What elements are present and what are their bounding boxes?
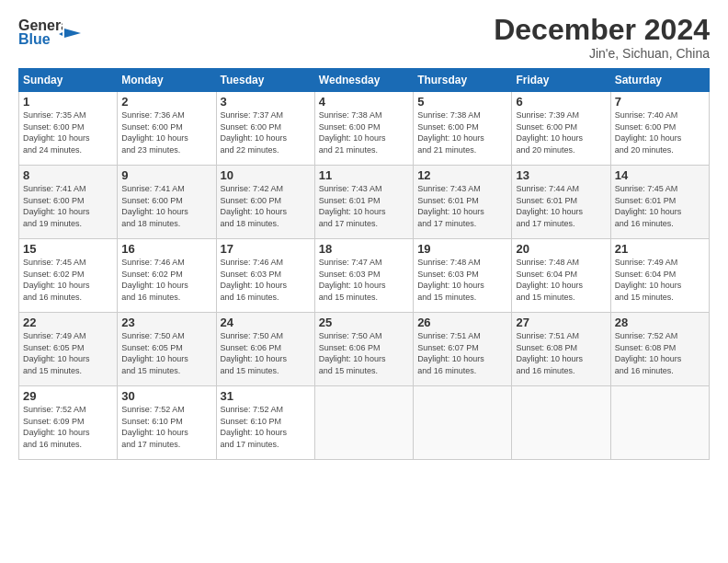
calendar-cell: 27 Sunrise: 7:51 AM Sunset: 6:08 PM Dayl… xyxy=(512,313,610,386)
calendar-cell: 11 Sunrise: 7:43 AM Sunset: 6:01 PM Dayl… xyxy=(314,166,413,239)
month-title: December 2024 xyxy=(494,14,710,46)
calendar-cell xyxy=(610,386,709,460)
day-info: Sunrise: 7:49 AM Sunset: 6:05 PM Dayligh… xyxy=(23,330,113,376)
day-info: Sunrise: 7:49 AM Sunset: 6:04 PM Dayligh… xyxy=(615,257,705,303)
day-info: Sunrise: 7:40 AM Sunset: 6:00 PM Dayligh… xyxy=(615,109,705,155)
day-info: Sunrise: 7:43 AM Sunset: 6:01 PM Dayligh… xyxy=(417,183,507,229)
calendar-cell: 10 Sunrise: 7:42 AM Sunset: 6:00 PM Dayl… xyxy=(216,166,314,239)
arrow-icon xyxy=(64,24,83,42)
day-number: 23 xyxy=(121,316,211,329)
day-info: Sunrise: 7:50 AM Sunset: 6:06 PM Dayligh… xyxy=(221,330,311,376)
day-number: 12 xyxy=(417,168,507,182)
day-number: 5 xyxy=(417,95,507,109)
calendar-row-3: 15 Sunrise: 7:45 AM Sunset: 6:02 PM Dayl… xyxy=(19,239,710,313)
day-number: 29 xyxy=(23,389,113,403)
day-info: Sunrise: 7:52 AM Sunset: 6:10 PM Dayligh… xyxy=(121,404,211,450)
day-number: 6 xyxy=(516,95,606,109)
header-cell-wednesday: Wednesday xyxy=(314,69,413,92)
day-info: Sunrise: 7:52 AM Sunset: 6:10 PM Dayligh… xyxy=(221,404,311,450)
calendar-cell: 30 Sunrise: 7:52 AM Sunset: 6:10 PM Dayl… xyxy=(118,386,216,460)
day-info: Sunrise: 7:51 AM Sunset: 6:07 PM Dayligh… xyxy=(417,330,507,376)
calendar-cell: 13 Sunrise: 7:44 AM Sunset: 6:01 PM Dayl… xyxy=(512,166,610,239)
calendar-cell: 7 Sunrise: 7:40 AM Sunset: 6:00 PM Dayli… xyxy=(610,92,709,166)
calendar-cell: 17 Sunrise: 7:46 AM Sunset: 6:03 PM Dayl… xyxy=(216,239,314,313)
calendar-table: SundayMondayTuesdayWednesdayThursdayFrid… xyxy=(18,68,710,460)
day-number: 10 xyxy=(221,168,311,182)
day-number: 18 xyxy=(319,242,409,256)
day-info: Sunrise: 7:52 AM Sunset: 6:09 PM Dayligh… xyxy=(23,404,113,450)
svg-text:Blue: Blue xyxy=(18,31,51,47)
day-number: 28 xyxy=(615,316,705,329)
calendar-cell: 19 Sunrise: 7:48 AM Sunset: 6:03 PM Dayl… xyxy=(414,239,512,313)
day-number: 31 xyxy=(221,389,311,403)
day-info: Sunrise: 7:46 AM Sunset: 6:02 PM Dayligh… xyxy=(121,257,211,303)
calendar-row-4: 22 Sunrise: 7:49 AM Sunset: 6:05 PM Dayl… xyxy=(19,313,710,386)
header-cell-tuesday: Tuesday xyxy=(216,69,314,92)
day-number: 14 xyxy=(615,168,705,182)
header-row: SundayMondayTuesdayWednesdayThursdayFrid… xyxy=(19,69,710,92)
day-info: Sunrise: 7:37 AM Sunset: 6:00 PM Dayligh… xyxy=(221,109,311,155)
location: Jin'e, Sichuan, China xyxy=(494,46,710,61)
day-info: Sunrise: 7:44 AM Sunset: 6:01 PM Dayligh… xyxy=(516,183,606,229)
day-info: Sunrise: 7:51 AM Sunset: 6:08 PM Dayligh… xyxy=(516,330,606,376)
calendar-row-2: 8 Sunrise: 7:41 AM Sunset: 6:00 PM Dayli… xyxy=(19,166,710,239)
day-info: Sunrise: 7:52 AM Sunset: 6:08 PM Dayligh… xyxy=(615,330,705,376)
calendar-cell: 29 Sunrise: 7:52 AM Sunset: 6:09 PM Dayl… xyxy=(19,386,118,460)
day-number: 21 xyxy=(615,242,705,256)
calendar-cell xyxy=(314,386,413,460)
svg-marker-3 xyxy=(64,29,81,38)
header-cell-friday: Friday xyxy=(512,69,610,92)
logo: General Blue xyxy=(18,14,83,52)
day-number: 16 xyxy=(121,242,211,256)
calendar-page: General Blue December 2024 Jin'e, Sichua… xyxy=(0,0,728,563)
header-cell-thursday: Thursday xyxy=(414,69,512,92)
calendar-cell xyxy=(414,386,512,460)
day-number: 17 xyxy=(221,242,311,256)
calendar-cell: 1 Sunrise: 7:35 AM Sunset: 6:00 PM Dayli… xyxy=(19,92,118,166)
calendar-cell: 22 Sunrise: 7:49 AM Sunset: 6:05 PM Dayl… xyxy=(19,313,118,386)
day-number: 13 xyxy=(516,168,606,182)
calendar-row-1: 1 Sunrise: 7:35 AM Sunset: 6:00 PM Dayli… xyxy=(19,92,710,166)
day-info: Sunrise: 7:36 AM Sunset: 6:00 PM Dayligh… xyxy=(121,109,211,155)
day-info: Sunrise: 7:43 AM Sunset: 6:01 PM Dayligh… xyxy=(319,183,409,229)
day-info: Sunrise: 7:48 AM Sunset: 6:03 PM Dayligh… xyxy=(417,257,507,303)
calendar-cell: 5 Sunrise: 7:38 AM Sunset: 6:00 PM Dayli… xyxy=(414,92,512,166)
day-info: Sunrise: 7:45 AM Sunset: 6:02 PM Dayligh… xyxy=(23,257,113,303)
day-info: Sunrise: 7:39 AM Sunset: 6:00 PM Dayligh… xyxy=(516,109,606,155)
day-number: 1 xyxy=(23,95,113,109)
day-info: Sunrise: 7:38 AM Sunset: 6:00 PM Dayligh… xyxy=(319,109,409,155)
calendar-cell: 15 Sunrise: 7:45 AM Sunset: 6:02 PM Dayl… xyxy=(19,239,118,313)
day-number: 24 xyxy=(221,316,311,329)
calendar-cell: 24 Sunrise: 7:50 AM Sunset: 6:06 PM Dayl… xyxy=(216,313,314,386)
day-info: Sunrise: 7:47 AM Sunset: 6:03 PM Dayligh… xyxy=(319,257,409,303)
header-cell-monday: Monday xyxy=(118,69,216,92)
day-info: Sunrise: 7:50 AM Sunset: 6:06 PM Dayligh… xyxy=(319,330,409,376)
day-number: 22 xyxy=(23,316,113,329)
calendar-cell: 12 Sunrise: 7:43 AM Sunset: 6:01 PM Dayl… xyxy=(414,166,512,239)
day-number: 9 xyxy=(121,168,211,182)
calendar-cell: 18 Sunrise: 7:47 AM Sunset: 6:03 PM Dayl… xyxy=(314,239,413,313)
title-block: December 2024 Jin'e, Sichuan, China xyxy=(494,14,710,61)
day-number: 11 xyxy=(319,168,409,182)
day-number: 20 xyxy=(516,242,606,256)
header-cell-saturday: Saturday xyxy=(610,69,709,92)
day-info: Sunrise: 7:50 AM Sunset: 6:05 PM Dayligh… xyxy=(121,330,211,376)
calendar-cell: 14 Sunrise: 7:45 AM Sunset: 6:01 PM Dayl… xyxy=(610,166,709,239)
day-info: Sunrise: 7:45 AM Sunset: 6:01 PM Dayligh… xyxy=(615,183,705,229)
day-number: 27 xyxy=(516,316,606,329)
calendar-cell: 3 Sunrise: 7:37 AM Sunset: 6:00 PM Dayli… xyxy=(216,92,314,166)
day-number: 25 xyxy=(319,316,409,329)
calendar-cell: 21 Sunrise: 7:49 AM Sunset: 6:04 PM Dayl… xyxy=(610,239,709,313)
calendar-cell: 16 Sunrise: 7:46 AM Sunset: 6:02 PM Dayl… xyxy=(118,239,216,313)
calendar-cell: 26 Sunrise: 7:51 AM Sunset: 6:07 PM Dayl… xyxy=(414,313,512,386)
logo-icon: General Blue xyxy=(18,14,63,52)
day-number: 26 xyxy=(417,316,507,329)
header: General Blue December 2024 Jin'e, Sichua… xyxy=(18,14,710,61)
day-number: 8 xyxy=(23,168,113,182)
calendar-cell: 2 Sunrise: 7:36 AM Sunset: 6:00 PM Dayli… xyxy=(118,92,216,166)
calendar-cell xyxy=(512,386,610,460)
calendar-cell: 25 Sunrise: 7:50 AM Sunset: 6:06 PM Dayl… xyxy=(314,313,413,386)
day-number: 4 xyxy=(319,95,409,109)
calendar-cell: 8 Sunrise: 7:41 AM Sunset: 6:00 PM Dayli… xyxy=(19,166,118,239)
day-info: Sunrise: 7:35 AM Sunset: 6:00 PM Dayligh… xyxy=(23,109,113,155)
